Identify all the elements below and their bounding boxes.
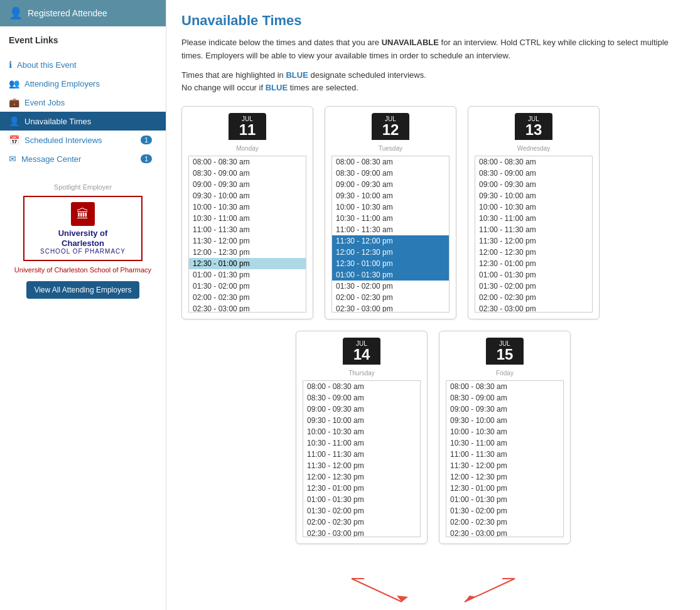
time-slot[interactable]: 01:00 - 01:30 pm xyxy=(332,269,449,281)
time-slot[interactable]: 12:30 - 01:00 pm xyxy=(475,258,592,269)
time-slot[interactable]: 11:30 - 12:00 pm xyxy=(332,235,449,247)
time-slot[interactable]: 10:00 - 10:30 am xyxy=(446,426,563,437)
time-slot[interactable]: 10:30 - 11:00 am xyxy=(189,213,306,224)
time-slot[interactable]: 02:30 - 03:00 pm xyxy=(303,528,420,537)
user-icon: 👤 xyxy=(9,116,19,126)
time-slot[interactable]: 08:30 - 09:00 am xyxy=(303,392,420,404)
time-slot[interactable]: 09:30 - 10:00 am xyxy=(303,415,420,426)
time-slot[interactable]: 09:30 - 10:00 am xyxy=(475,190,592,201)
time-slot[interactable]: 12:30 - 01:00 pm xyxy=(189,258,306,269)
university-logo-icon: 🏛 xyxy=(71,202,95,226)
time-slot[interactable]: 12:00 - 12:30 pm xyxy=(189,247,306,258)
jul15-time-list-container[interactable]: 08:00 - 08:30 am08:30 - 09:00 am09:00 - … xyxy=(446,380,564,537)
time-slot[interactable]: 08:30 - 09:00 am xyxy=(475,168,592,179)
time-slot[interactable]: 12:30 - 01:00 pm xyxy=(332,258,449,269)
time-slot[interactable]: 01:30 - 02:00 pm xyxy=(332,281,449,292)
time-slot[interactable]: 09:00 - 09:30 am xyxy=(303,404,420,415)
jul14-time-list-container[interactable]: 08:00 - 08:30 am08:30 - 09:00 am09:00 - … xyxy=(303,380,421,537)
time-slot[interactable]: 01:30 - 02:00 pm xyxy=(446,505,563,516)
time-slot[interactable]: 01:00 - 01:30 pm xyxy=(303,494,420,505)
time-slot[interactable]: 10:00 - 10:30 am xyxy=(303,426,420,437)
spotlight-logo: 🏛 University of Charleston School of Pha… xyxy=(23,196,143,261)
time-slot[interactable]: 08:30 - 09:00 am xyxy=(332,168,449,179)
time-slot[interactable]: 01:30 - 02:00 pm xyxy=(189,281,306,292)
spotlight-link[interactable]: University of Charleston School of Pharm… xyxy=(9,266,157,274)
time-slot[interactable]: 10:30 - 11:00 am xyxy=(446,437,563,449)
intro-paragraph-1: Please indicate below the times and date… xyxy=(181,36,685,63)
time-slot[interactable]: 10:30 - 11:00 am xyxy=(303,437,420,449)
time-slot[interactable]: 02:00 - 02:30 pm xyxy=(446,516,563,528)
time-slot[interactable]: 09:30 - 10:00 am xyxy=(189,190,306,201)
time-slot[interactable]: 10:30 - 11:00 am xyxy=(332,213,449,224)
time-slot[interactable]: 11:00 - 11:30 am xyxy=(303,449,420,460)
time-slot[interactable]: 11:00 - 11:30 am xyxy=(475,224,592,235)
time-slot[interactable]: 01:00 - 01:30 pm xyxy=(475,269,592,281)
time-slot[interactable]: 02:00 - 02:30 pm xyxy=(303,516,420,528)
time-slot[interactable]: 01:30 - 02:00 pm xyxy=(475,281,592,292)
sidebar-item-message-center[interactable]: ✉ Message Center 1 xyxy=(0,149,166,168)
sidebar-item-attending-employers[interactable]: 👥 Attending Employers xyxy=(0,74,166,93)
time-slot[interactable]: 02:00 - 02:30 pm xyxy=(332,292,449,303)
sidebar-item-event-jobs[interactable]: 💼 Event Jobs xyxy=(0,93,166,112)
spotlight-label: Spotlight Employer xyxy=(9,183,157,191)
time-slot[interactable]: 08:00 - 08:30 am xyxy=(189,156,306,168)
sidebar-item-label: About this Event xyxy=(17,60,77,70)
event-links-section: Event Links xyxy=(0,26,166,55)
time-slot[interactable]: 02:30 - 03:00 pm xyxy=(446,528,563,537)
time-slot[interactable]: 08:00 - 08:30 am xyxy=(475,156,592,168)
time-slot[interactable]: 02:30 - 03:00 pm xyxy=(189,303,306,313)
info-icon: ℹ xyxy=(9,60,12,70)
time-slot[interactable]: 10:00 - 10:30 am xyxy=(332,201,449,213)
time-slot[interactable]: 09:00 - 09:30 am xyxy=(475,179,592,190)
time-slot[interactable]: 11:30 - 12:00 pm xyxy=(189,235,306,247)
time-slot[interactable]: 02:30 - 03:00 pm xyxy=(475,303,592,313)
sidebar-header: 👤 Registered Attendee xyxy=(0,0,166,26)
blue-text-2: BLUE xyxy=(266,83,288,92)
time-slot[interactable]: 09:00 - 09:30 am xyxy=(189,179,306,190)
time-slot[interactable]: 11:30 - 12:00 pm xyxy=(446,460,563,471)
time-slot[interactable]: 10:00 - 10:30 am xyxy=(189,201,306,213)
day-card-jul11: Jul 11 Monday 08:00 - 08:30 am08:30 - 09… xyxy=(181,106,313,319)
svg-line-0 xyxy=(352,579,402,602)
time-slot[interactable]: 11:00 - 11:30 am xyxy=(446,449,563,460)
view-all-employers-button[interactable]: View All Attending Employers xyxy=(26,281,139,299)
bottom-section: Update/Confirm Schedule Undo Changes Ret… xyxy=(181,563,685,610)
sidebar-nav: ℹ About this Event 👥 Attending Employers… xyxy=(0,55,166,168)
time-slot[interactable]: 11:00 - 11:30 am xyxy=(189,224,306,235)
sidebar-item-about[interactable]: ℹ About this Event xyxy=(0,55,166,74)
time-slot[interactable]: 09:30 - 10:00 am xyxy=(446,415,563,426)
time-slot[interactable]: 08:00 - 08:30 am xyxy=(303,381,420,392)
time-slot[interactable]: 09:30 - 10:00 am xyxy=(332,190,449,201)
time-slot[interactable]: 12:00 - 12:30 pm xyxy=(475,247,592,258)
time-slot[interactable]: 08:00 - 08:30 am xyxy=(446,381,563,392)
time-slot[interactable]: 12:30 - 01:00 pm xyxy=(446,483,563,494)
time-slot[interactable]: 12:00 - 12:30 pm xyxy=(332,247,449,258)
time-slot[interactable]: 01:00 - 01:30 pm xyxy=(189,269,306,281)
jul11-time-list-container[interactable]: 08:00 - 08:30 am08:30 - 09:00 am09:00 - … xyxy=(188,156,306,313)
time-slot[interactable]: 11:00 - 11:30 am xyxy=(332,224,449,235)
time-slot[interactable]: 11:30 - 12:00 pm xyxy=(475,235,592,247)
sidebar-item-label: Scheduled Interviews xyxy=(24,136,102,145)
time-slot[interactable]: 08:30 - 09:00 am xyxy=(189,168,306,179)
jul13-time-list-container[interactable]: 08:00 - 08:30 am08:30 - 09:00 am09:00 - … xyxy=(475,156,593,313)
time-slot[interactable]: 10:00 - 10:30 am xyxy=(475,201,592,213)
time-slot[interactable]: 09:00 - 09:30 am xyxy=(446,404,563,415)
sidebar-item-scheduled-interviews[interactable]: 📅 Scheduled Interviews 1 xyxy=(0,131,166,149)
time-slot[interactable]: 08:00 - 08:30 am xyxy=(332,156,449,168)
sidebar-item-unavailable-times[interactable]: 👤 Unavailable Times xyxy=(0,112,166,131)
time-slot[interactable]: 02:00 - 02:30 pm xyxy=(475,292,592,303)
jul15-header: Jul 15 xyxy=(486,338,524,365)
time-slot[interactable]: 09:00 - 09:30 am xyxy=(332,179,449,190)
time-slot[interactable]: 02:00 - 02:30 pm xyxy=(189,292,306,303)
time-slot[interactable]: 12:00 - 12:30 pm xyxy=(303,471,420,483)
time-slot[interactable]: 01:00 - 01:30 pm xyxy=(446,494,563,505)
jul12-time-list-container[interactable]: 08:00 - 08:30 am08:30 - 09:00 am09:00 - … xyxy=(331,156,450,313)
arrows-svg xyxy=(276,575,590,607)
time-slot[interactable]: 08:30 - 09:00 am xyxy=(446,392,563,404)
time-slot[interactable]: 12:30 - 01:00 pm xyxy=(303,483,420,494)
time-slot[interactable]: 01:30 - 02:00 pm xyxy=(303,505,420,516)
time-slot[interactable]: 11:30 - 12:00 pm xyxy=(303,460,420,471)
time-slot[interactable]: 10:30 - 11:00 am xyxy=(475,213,592,224)
time-slot[interactable]: 02:30 - 03:00 pm xyxy=(332,303,449,313)
time-slot[interactable]: 12:00 - 12:30 pm xyxy=(446,471,563,483)
